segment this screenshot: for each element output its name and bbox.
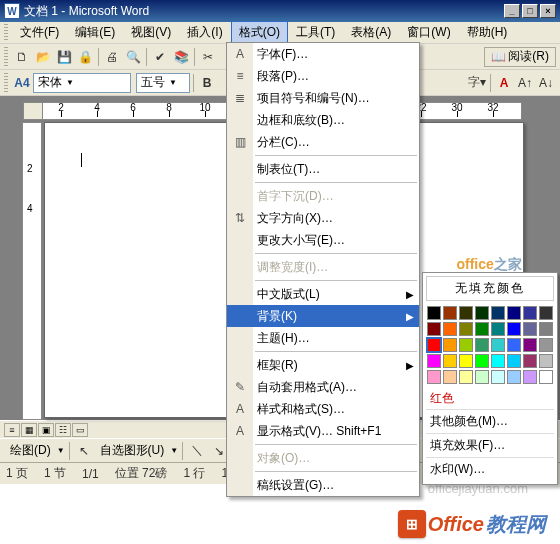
print-view-icon[interactable]: ▣ [38,423,54,437]
color-swatch[interactable] [491,338,505,352]
line-icon[interactable]: ＼ [187,441,207,461]
select-icon[interactable]: ↖ [74,441,94,461]
shrink-icon[interactable]: A↓ [536,73,556,93]
menu-tools[interactable]: 工具(T) [288,21,343,44]
read-view-icon[interactable]: ▭ [72,423,88,437]
format-menu-item[interactable]: 稿纸设置(G)… [227,474,419,496]
format-menu-item[interactable]: 框架(R)▶ [227,354,419,376]
color-swatch[interactable] [507,338,521,352]
color-swatch[interactable] [539,354,553,368]
color-swatch[interactable] [475,338,489,352]
menu-file[interactable]: 文件(F) [12,21,67,44]
autoshape-menu[interactable]: 自选图形(U) [96,442,169,459]
style-label[interactable]: A4 [12,73,32,93]
enlarge-icon[interactable]: A↑ [515,73,535,93]
format-menu-item[interactable]: 背景(K)▶ [227,305,419,327]
format-menu-item[interactable]: ⇅文字方向(X)… [227,207,419,229]
menu-insert[interactable]: 插入(I) [179,21,230,44]
vertical-ruler[interactable]: 2 4 [22,122,42,420]
color-swatch[interactable] [443,338,457,352]
format-menu-item[interactable]: 中文版式(L)▶ [227,283,419,305]
menu-window[interactable]: 窗口(W) [399,21,458,44]
fill-effects-button[interactable]: 填充效果(F)… [426,433,554,457]
format-menu-item[interactable]: A显示格式(V)… Shift+F1 [227,420,419,442]
color-swatch[interactable] [523,354,537,368]
color-swatch[interactable] [475,306,489,320]
color-swatch[interactable] [523,338,537,352]
cut-icon[interactable]: ✂ [198,47,218,67]
open-icon[interactable]: 📂 [33,47,53,67]
normal-view-icon[interactable]: ≡ [4,423,20,437]
close-button[interactable]: × [540,4,556,18]
menu-view[interactable]: 视图(V) [123,21,179,44]
format-menu-item[interactable]: A样式和格式(S)… [227,398,419,420]
color-swatch[interactable] [475,370,489,384]
format-menu-item[interactable]: ✎自动套用格式(A)… [227,376,419,398]
color-swatch[interactable] [539,306,553,320]
font-color-icon[interactable]: A [494,73,514,93]
font-size-select[interactable]: 五号▼ [136,73,190,93]
format-menu-item[interactable]: 更改大小写(E)… [227,229,419,251]
color-swatch[interactable] [427,354,441,368]
menu-format[interactable]: 格式(O) [231,21,288,44]
color-swatch[interactable] [523,370,537,384]
outline-view-icon[interactable]: ☷ [55,423,71,437]
font-name-select[interactable]: 宋体▼ [33,73,131,93]
color-swatch[interactable] [459,354,473,368]
color-swatch[interactable] [443,306,457,320]
color-swatch[interactable] [539,338,553,352]
permissions-icon[interactable]: 🔒 [75,47,95,67]
spellcheck-icon[interactable]: ✔ [150,47,170,67]
color-swatch[interactable] [475,354,489,368]
maximize-button[interactable]: □ [522,4,538,18]
format-menu-item[interactable]: 边框和底纹(B)… [227,109,419,131]
preview-icon[interactable]: 🔍 [123,47,143,67]
draw-menu[interactable]: 绘图(D) [6,442,55,459]
color-swatch[interactable] [459,306,473,320]
color-swatch[interactable] [443,370,457,384]
menu-table[interactable]: 表格(A) [343,21,399,44]
menu-help[interactable]: 帮助(H) [459,21,516,44]
research-icon[interactable]: 📚 [171,47,191,67]
minimize-button[interactable]: _ [504,4,520,18]
color-swatch[interactable] [507,354,521,368]
color-swatch[interactable] [491,370,505,384]
color-swatch[interactable] [427,338,441,352]
bold-icon[interactable]: B [197,73,217,93]
color-swatch[interactable] [443,354,457,368]
format-menu-item[interactable]: ≣项目符号和编号(N)… [227,87,419,109]
new-icon[interactable]: 🗋 [12,47,32,67]
read-button[interactable]: 📖 阅读(R) [484,47,556,67]
print-icon[interactable]: 🖨 [102,47,122,67]
color-swatch[interactable] [491,322,505,336]
format-menu-item[interactable]: 制表位(T)… [227,158,419,180]
format-menu-item[interactable]: ▥分栏(C)… [227,131,419,153]
char-scale-icon[interactable]: 字▾ [467,73,487,93]
color-swatch[interactable] [427,306,441,320]
no-fill-button[interactable]: 无填充颜色 [426,276,554,301]
save-icon[interactable]: 💾 [54,47,74,67]
watermark-button[interactable]: 水印(W)… [426,457,554,481]
color-swatch[interactable] [539,370,553,384]
web-view-icon[interactable]: ▦ [21,423,37,437]
color-swatch[interactable] [459,338,473,352]
color-swatch[interactable] [491,354,505,368]
color-swatch[interactable] [475,322,489,336]
color-swatch[interactable] [539,322,553,336]
color-swatch[interactable] [459,322,473,336]
format-menu-item[interactable]: 主题(H)… [227,327,419,349]
menu-edit[interactable]: 编辑(E) [67,21,123,44]
color-swatch[interactable] [507,322,521,336]
color-swatch[interactable] [523,322,537,336]
color-swatch[interactable] [507,370,521,384]
color-swatch[interactable] [427,370,441,384]
more-colors-button[interactable]: 其他颜色(M)… [426,409,554,433]
color-swatch[interactable] [507,306,521,320]
format-menu-item[interactable]: ≡段落(P)… [227,65,419,87]
format-menu-item[interactable]: A字体(F)… [227,43,419,65]
color-swatch[interactable] [443,322,457,336]
color-swatch[interactable] [427,322,441,336]
color-swatch[interactable] [491,306,505,320]
color-swatch[interactable] [459,370,473,384]
color-swatch[interactable] [523,306,537,320]
